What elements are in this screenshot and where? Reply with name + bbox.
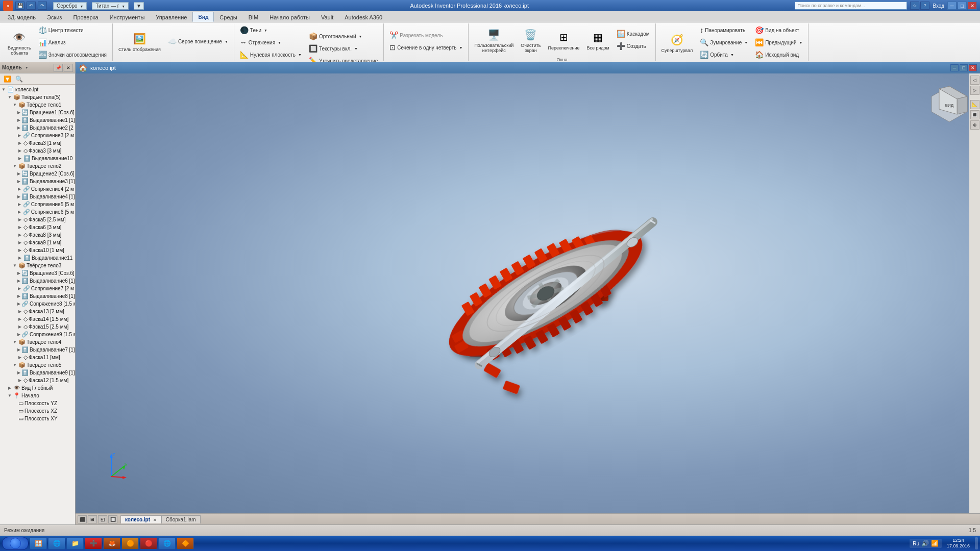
expand-extrude9[interactable]: ▶ bbox=[17, 370, 20, 375]
expand-chamfer11[interactable]: ▶ bbox=[17, 355, 22, 360]
expand-btn[interactable]: ▼ bbox=[134, 2, 144, 10]
sidebar-pin-btn[interactable]: 📌 bbox=[54, 64, 63, 72]
tab-sketch[interactable]: Эскиз bbox=[41, 12, 67, 22]
btn-analysis[interactable]: 📊 Анализ bbox=[36, 37, 109, 48]
tree-item-chamfer12[interactable]: ▶ ◇ Фаска12 [1.5 мм] bbox=[1, 377, 74, 384]
expand-mate5[interactable]: ▶ bbox=[17, 202, 22, 207]
btn-visibility-obj[interactable]: 👁️ Видимостьобъекта bbox=[5, 27, 34, 58]
expand-extrude1[interactable]: ▶ bbox=[17, 118, 20, 122]
btn-home-view[interactable]: 🏠 Исходный вид bbox=[752, 49, 805, 60]
close-btn[interactable]: ✕ bbox=[968, 2, 977, 10]
taskbar-app-win[interactable]: 🪟 bbox=[30, 537, 47, 549]
taskbar-app-plus[interactable]: ➕ bbox=[85, 537, 102, 549]
taskbar-app-ie[interactable]: 🌐 bbox=[48, 537, 65, 549]
user-login[interactable]: Вход bbox=[933, 3, 944, 9]
tab-a360[interactable]: Autodesk A360 bbox=[339, 12, 388, 22]
btn-user-interface[interactable]: 🖥️ Пользовательскийинтерфейс bbox=[472, 24, 516, 55]
expand-chamfer3c[interactable]: ▶ bbox=[17, 225, 22, 230]
tree-item-solid1[interactable]: ▼ 📦 Твёрдое тело1 bbox=[1, 101, 74, 109]
expand-mate4[interactable]: ▶ bbox=[17, 187, 22, 191]
btn-orbit[interactable]: 🔄 Орбита ▼ bbox=[697, 49, 750, 60]
btn-create-window[interactable]: ➕ Создать bbox=[614, 40, 652, 52]
tree-item-chamfer14[interactable]: ▶ ◇ Фаска14 [1.5 мм] bbox=[1, 315, 74, 323]
start-button[interactable] bbox=[2, 537, 29, 550]
expand-mate3[interactable]: ▶ bbox=[17, 133, 22, 138]
tree-item-mate3[interactable]: ▶ 🔗 Сопряжение3 [2 м bbox=[1, 132, 74, 139]
tree-item-mate6[interactable]: ▶ 🔗 Сопряжение6 [5 м bbox=[1, 208, 74, 216]
tree-item-root[interactable]: ▼ 📄 колесо.ipt bbox=[1, 86, 74, 93]
sidebar-title-dd[interactable]: ▼ bbox=[25, 66, 29, 69]
bottom-btn-1[interactable]: ⬛ bbox=[78, 515, 87, 523]
expand-chamfer15[interactable]: ▶ bbox=[17, 324, 22, 329]
tree-item-chamfer10[interactable]: ▶ ◇ Фаска10 [1 мм] bbox=[1, 246, 74, 254]
tree-item-extrude4[interactable]: ▶ ⬆️ Выдавливание4 [1] bbox=[1, 193, 74, 201]
tree-item-extrude11[interactable]: ▶ ⬆️ Выдавливание11 bbox=[1, 254, 74, 262]
quick-redo-btn[interactable]: ↷ bbox=[38, 2, 47, 10]
document-selector[interactable]: Титан — г ▼ bbox=[92, 2, 129, 10]
tree-item-extrude6[interactable]: ▶ ⬆️ Выдавливание6 [1] bbox=[1, 277, 74, 285]
expand-chamfer14[interactable]: ▶ bbox=[17, 317, 22, 321]
expand-mate8[interactable]: ▶ bbox=[17, 302, 20, 306]
tree-item-chamfer13[interactable]: ▶ ◇ Фаска13 [2 мм] bbox=[1, 308, 74, 315]
tree-item-extrude8[interactable]: ▶ ⬆️ Выдавливание8 [1] bbox=[1, 292, 74, 300]
expand-extrude6[interactable]: ▶ bbox=[17, 279, 20, 283]
tab-get-started[interactable]: Начало работы bbox=[264, 12, 315, 22]
quick-save-btn[interactable]: 💾 bbox=[15, 2, 24, 10]
tab-view[interactable]: Вид bbox=[192, 12, 214, 22]
btn-textures[interactable]: 🔲 Текстуры вкл. ▼ bbox=[306, 43, 380, 54]
btn-zoom[interactable]: 🔍 Зумирование ▼ bbox=[697, 37, 750, 48]
tree-container[interactable]: ▼ 📄 колесо.ipt ▼ 📦 Твёрдые тела(5) ▼ 📦 Т… bbox=[0, 85, 75, 524]
expand-revolve3[interactable]: ▶ bbox=[17, 271, 20, 276]
bottom-btn-4[interactable]: 🔲 bbox=[108, 515, 117, 523]
strip-btn-3[interactable]: 📐 bbox=[970, 100, 979, 109]
expand-chamfer3a[interactable]: ▶ bbox=[17, 141, 22, 145]
tree-item-extrude9[interactable]: ▶ ⬆️ Выдавливание9 [1] bbox=[1, 369, 74, 377]
tree-item-view[interactable]: ▶ 👁️ Вид Глобный bbox=[1, 384, 74, 392]
expand-solid3[interactable]: ▼ bbox=[12, 263, 17, 268]
strip-btn-1[interactable]: ◁ bbox=[970, 76, 979, 85]
tree-item-mate7[interactable]: ▶ 🔗 Сопряжение7 [2 м bbox=[1, 285, 74, 292]
btn-cascade[interactable]: 🪟 Каскадом bbox=[614, 28, 652, 39]
sidebar-close-btn[interactable]: ✕ bbox=[64, 64, 73, 72]
help-search-box[interactable]: Поиск по справке и командам... bbox=[795, 2, 907, 10]
btn-display-style[interactable]: 🖼️ Стиль отображения bbox=[116, 29, 163, 54]
clock[interactable]: 12:24 17.09.2016 bbox=[945, 538, 972, 549]
tree-item-extrude10[interactable]: ▶ ⬆️ Выдавливание10 bbox=[1, 155, 74, 162]
expand-revolve2[interactable]: ▶ bbox=[17, 171, 20, 176]
tree-item-solid2[interactable]: ▼ 📦 Твёрдое тело2 bbox=[1, 162, 74, 170]
btn-quarter-section[interactable]: ⊡ Сечение в одну четверть ▼ bbox=[387, 42, 465, 53]
tree-item-extrude2[interactable]: ▶ ⬆️ Выдавливание2 [2 м bbox=[1, 124, 74, 132]
taskbar-app-folder[interactable]: 📁 bbox=[66, 537, 84, 549]
expand-origin[interactable]: ▼ bbox=[7, 393, 12, 398]
btn-reflections[interactable]: ↔️ Отражения ▼ bbox=[237, 37, 304, 48]
btn-steeringwheels[interactable]: 🧭 Суперштурвал bbox=[659, 30, 696, 55]
btn-all-side-by-side[interactable]: ▦ Все рядом bbox=[584, 27, 612, 53]
tree-item-revolve1[interactable]: ▶ 🔄 Вращение1 [Соз.б] bbox=[1, 109, 74, 116]
help-btn[interactable]: ? bbox=[920, 2, 929, 10]
expand-extrude7[interactable]: ▶ bbox=[17, 347, 20, 352]
sidebar-search-btn[interactable]: 🔍 bbox=[14, 75, 24, 83]
tree-item-extrude3[interactable]: ▶ ⬆️ Выдавливание3 [1] bbox=[1, 178, 74, 185]
tab-tools[interactable]: Инструменты bbox=[104, 12, 151, 22]
expand-chamfer12[interactable]: ▶ bbox=[17, 378, 22, 383]
viewcube[interactable]: ВИД bbox=[929, 84, 970, 124]
tree-item-chamfer3c[interactable]: ▶ ◇ Фаска6 [3 мм] bbox=[1, 223, 74, 231]
tree-item-mate4[interactable]: ▶ 🔗 Сопряжение4 [2 м bbox=[1, 185, 74, 193]
tree-item-revolve2[interactable]: ▶ 🔄 Вращение2 [Соз.б] bbox=[1, 170, 74, 178]
btn-previous-view[interactable]: ⏮️ Предыдущий ▼ bbox=[752, 37, 805, 48]
show-desktop-btn[interactable] bbox=[975, 537, 978, 549]
expand-chamfer25[interactable]: ▶ bbox=[17, 217, 22, 222]
maximize-btn[interactable]: □ bbox=[958, 2, 967, 10]
tree-item-chamfer25[interactable]: ▶ ◇ Фаска5 [2.5 мм] bbox=[1, 216, 74, 223]
material-selector[interactable]: Серебро ▼ bbox=[53, 2, 87, 10]
expand-view[interactable]: ▶ bbox=[7, 386, 12, 390]
expand-revolve1[interactable]: ▶ bbox=[17, 110, 20, 115]
tree-item-plane-yz[interactable]: ▭ Плоскость YZ bbox=[1, 399, 74, 407]
expand-mate7[interactable]: ▶ bbox=[17, 286, 22, 291]
expand-solid-bodies[interactable]: ▼ bbox=[7, 95, 12, 99]
tree-item-solid-bodies[interactable]: ▼ 📦 Твёрдые тела(5) bbox=[1, 93, 74, 101]
taskbar-app-web[interactable]: 🌐 bbox=[158, 537, 176, 549]
app-logo[interactable]: я bbox=[3, 1, 13, 11]
taskbar-app-inv[interactable]: 🔶 bbox=[177, 537, 194, 549]
viewport-maximize-btn[interactable]: □ bbox=[960, 64, 968, 71]
